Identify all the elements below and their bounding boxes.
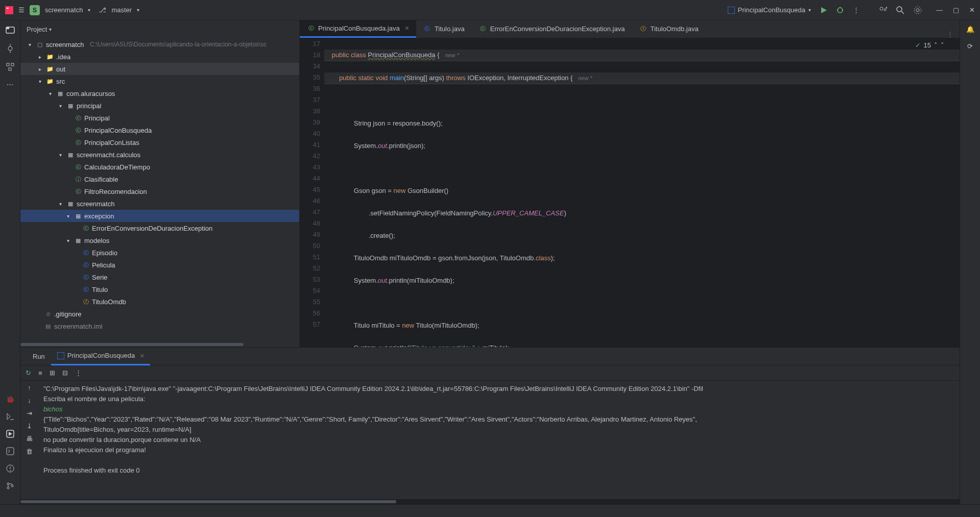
git-tool-icon[interactable] [6, 482, 14, 490]
svg-point-32 [7, 483, 9, 485]
notifications-icon[interactable]: 🔔 [966, 26, 974, 33]
check-icon: ✓ [915, 41, 921, 49]
package-icon: ▦ [66, 102, 75, 110]
editor-tabs: ⓒPrincipalConBusqueda.java× ⓒTitulo.java… [300, 20, 960, 38]
ai-icon[interactable]: ⟳ [967, 42, 973, 50]
close-button[interactable]: ✕ [969, 6, 975, 14]
structure-tool-icon[interactable] [6, 62, 15, 71]
editor-code[interactable]: public class PrincipalConBusqueda { new … [324, 38, 960, 347]
tree-path: C:\Users\ASUS\Documents\aplicando-la-ori… [90, 41, 267, 48]
problem-count: 15 [924, 41, 931, 49]
tree-class[interactable]: ⓒPrincipal [20, 112, 299, 124]
layout-icon[interactable]: ⊞ [50, 369, 55, 377]
tree-class[interactable]: ⓡTituloOmdb [20, 296, 299, 308]
collaborate-icon[interactable] [879, 6, 887, 14]
tree-folder-out[interactable]: ▸📁out [20, 63, 299, 75]
debug-tool-icon[interactable]: 🐞 [6, 396, 14, 403]
run-tool-icon[interactable] [6, 430, 14, 438]
search-icon[interactable] [896, 6, 904, 14]
tree-package[interactable]: ▾▦principal [20, 100, 299, 112]
code-line: { [436, 51, 440, 59]
tree-class[interactable]: ⓒPrincipalConListas [20, 136, 299, 149]
tree-hscrollbar[interactable] [20, 342, 299, 347]
tree-folder-src[interactable]: ▾📁src [20, 75, 299, 87]
code-line: TituloOmdb miTituloOmdb = gson.fromJson(… [324, 254, 536, 262]
scroll-icon[interactable]: ⤓ [27, 422, 32, 430]
code-line: PrincipalConBusqueda [368, 51, 435, 59]
branch-icon[interactable]: ⎇ [99, 6, 106, 14]
code-line: public class [324, 51, 368, 59]
chevron-down-icon[interactable]: ▾ [137, 7, 139, 13]
project-panel-header[interactable]: Project ▾ [20, 20, 299, 38]
tab-more-icon[interactable]: ⋮ [941, 30, 960, 38]
trash-icon[interactable]: 🗑 [26, 448, 33, 455]
svg-rect-35 [57, 352, 64, 359]
module-icon: ▢ [36, 40, 44, 48]
chevron-down-icon[interactable]: ▾ [88, 7, 90, 13]
main-menu-icon[interactable]: ☰ [18, 6, 25, 14]
rerun-button[interactable]: ↻ [26, 369, 31, 377]
run-config-tab[interactable]: PrincipalConBusqueda × [51, 348, 150, 365]
project-tool-icon[interactable] [6, 26, 15, 35]
debug-button[interactable] [836, 7, 844, 14]
run-button[interactable] [820, 7, 827, 14]
branch-name[interactable]: master [111, 6, 132, 14]
tree-package[interactable]: ▾▦com.aluracursos [20, 87, 299, 100]
class-icon: ⓒ [82, 285, 90, 293]
chevron-down-icon[interactable]: ˅ [941, 41, 944, 49]
services-tool-icon[interactable] [6, 412, 14, 421]
tree-class[interactable]: ⓒPelicula [20, 259, 299, 271]
package-icon: ▦ [74, 212, 82, 220]
console-hscrollbar[interactable] [20, 499, 960, 504]
down-icon[interactable]: ↓ [28, 397, 31, 404]
stop-button[interactable]: ■ [38, 369, 42, 377]
wrap-icon[interactable]: ⇥ [27, 409, 32, 417]
console-output[interactable]: "C:\Program Files\Java\jdk-17\bin\java.e… [38, 381, 960, 499]
tree-file[interactable]: ⊘.gitignore [20, 308, 299, 320]
tab[interactable]: ⓒErrorEnConversionDeDuracionException.ja… [472, 20, 632, 38]
tree-class[interactable]: ⓒErrorEnConversionDeDuracionException [20, 222, 299, 234]
maximize-button[interactable]: ▢ [953, 6, 959, 14]
more-actions-icon[interactable]: ⋮ [853, 6, 859, 14]
run-config-selector[interactable]: PrincipalConBusqueda ▾ [728, 6, 811, 14]
tab-active[interactable]: ⓒPrincipalConBusqueda.java× [300, 20, 416, 38]
print-icon[interactable]: 🖶 [26, 435, 33, 442]
tree-package[interactable]: ▾▦screenmacht.calculos [20, 149, 299, 161]
terminal-tool-icon[interactable] [6, 447, 14, 455]
tab[interactable]: ⓒTitulo.java [416, 20, 472, 38]
problems-indicator[interactable]: ✓ 15 ˄ ˅ [915, 41, 944, 49]
tree-folder-idea[interactable]: ▸📁.idea [20, 51, 299, 63]
up-icon[interactable]: ↑ [28, 384, 31, 391]
code-line: public static void [324, 74, 390, 82]
chevron-up-icon[interactable]: ˄ [934, 41, 938, 49]
tree-class[interactable]: ⓒSerie [20, 271, 299, 283]
close-icon[interactable]: × [140, 352, 144, 360]
commit-tool-icon[interactable] [6, 44, 15, 53]
svg-line-13 [901, 11, 904, 14]
code-line: .println(json); [387, 142, 425, 150]
run-config-label: PrincipalConBusqueda [67, 352, 135, 359]
chevron-down-icon[interactable]: ▾ [49, 27, 52, 32]
minimize-button[interactable]: — [936, 6, 943, 14]
tree-class[interactable]: ⓒCalculadoraDeTiempo [20, 161, 299, 173]
problems-tool-icon[interactable] [6, 464, 14, 473]
tree-package[interactable]: ▾▦screenmatch [20, 198, 299, 210]
tree-file[interactable]: ▤screenmatch.iml [20, 320, 299, 332]
tree-class[interactable]: ⓒEpisodio [20, 247, 299, 259]
more-tool-icon[interactable]: ⋯ [7, 81, 13, 88]
tree-class[interactable]: ⓘClasificable [20, 173, 299, 185]
tab[interactable]: ⓡTituloOmdb.java [632, 20, 705, 38]
project-name[interactable]: screenmatch [45, 6, 83, 14]
more-icon[interactable]: ⋮ [75, 369, 82, 377]
settings-icon[interactable] [914, 6, 922, 14]
close-icon[interactable]: × [405, 24, 409, 32]
project-tree[interactable]: ▾▢screenmatch C:\Users\ASUS\Documents\ap… [20, 38, 299, 342]
tree-class[interactable]: ⓒFiltroRecomendacion [20, 185, 299, 198]
layout-icon[interactable]: ⊟ [62, 369, 68, 377]
tree-root[interactable]: ▾▢screenmatch C:\Users\ASUS\Documents\ap… [20, 38, 299, 51]
tab-label: ErrorEnConversionDeDuracionException.jav… [490, 25, 625, 33]
tree-package[interactable]: ▾▦modelos [20, 234, 299, 247]
tree-class[interactable]: ⓒTitulo [20, 283, 299, 296]
tree-package-selected[interactable]: ▾▦excepcion [20, 210, 299, 222]
tree-class[interactable]: ⓒPrincipalConBusqueda [20, 124, 299, 136]
